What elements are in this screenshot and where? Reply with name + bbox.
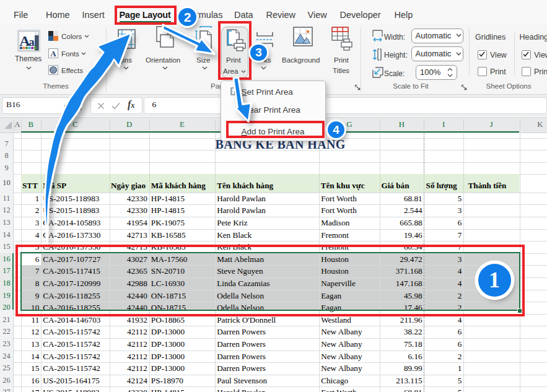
svg-text:A: A bbox=[50, 49, 56, 58]
svg-text:a: a bbox=[28, 35, 35, 48]
